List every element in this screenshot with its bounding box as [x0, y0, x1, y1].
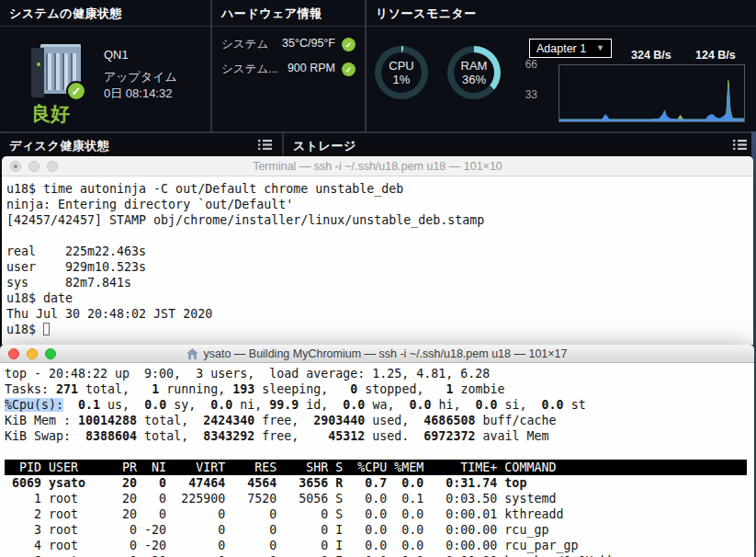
- hardware-value: 900 RPM: [288, 62, 335, 74]
- power-led: [37, 63, 40, 66]
- terminal1-title: Terminal — ssh -i ~/.ssh/u18.pem u18 — 1…: [253, 160, 502, 173]
- minimize-button[interactable]: [28, 161, 39, 172]
- terminal2-content[interactable]: top - 20:48:22 up 9:00, 3 users, load av…: [0, 363, 754, 557]
- terminal-window-build[interactable]: Terminal — ssh -i ~/.ssh/u18.pem u18 — 1…: [2, 156, 753, 345]
- cpu-gauge-label: CPU: [389, 59, 413, 73]
- panel-title-storage: ストレージ: [293, 138, 356, 154]
- terminal2-title: ysato — Building MyChromium — ssh -i ~/.…: [203, 347, 567, 360]
- terminal1-content[interactable]: u18$ time autoninja -C out/Default chrom…: [2, 176, 753, 345]
- panel-system-health: システムの健康状態 ✓ 良好 QN1 アップタイム 0日 08:14:32: [0, 0, 210, 131]
- home-folder-icon: [186, 348, 198, 359]
- hardware-label: システム: [221, 38, 268, 51]
- list-icon[interactable]: [733, 139, 747, 151]
- system-name: QN1: [104, 48, 129, 62]
- hardware-label: システム...: [221, 63, 278, 75]
- divider: [0, 26, 210, 27]
- panel-title-system-health: システムの健康状態: [9, 6, 122, 22]
- terminal-window-top[interactable]: ysato — Building MyChromium — ssh -i ~/.…: [0, 345, 754, 557]
- list-icon[interactable]: [258, 139, 272, 151]
- upload-legend: 124 B/s: [694, 49, 736, 62]
- panel-title-disk-health: ディスク健康状態: [9, 138, 109, 154]
- cpu-gauge-value: 1%: [393, 73, 411, 86]
- hardware-row-fan: システム... 900 RPM ✓: [221, 62, 355, 80]
- panel-storage: ストレージ: [284, 133, 756, 156]
- chevron-down-icon: ▼: [596, 43, 604, 52]
- download-rate: 324 B/s: [631, 49, 671, 62]
- window-controls: [10, 156, 58, 176]
- health-check-icon: ✓: [66, 81, 86, 101]
- check-icon: ✓: [342, 38, 355, 51]
- y-tick-66: 66: [519, 58, 537, 71]
- close-button[interactable]: [10, 161, 21, 172]
- nas-device-icon: ✓: [29, 40, 83, 97]
- ram-gauge-label: RAM: [461, 59, 488, 73]
- download-legend: 324 B/s: [629, 49, 671, 62]
- panel-resource-monitor: リソースモニター CPU 1% RAM 36% Adapter 1 ▼ 324 …: [367, 0, 756, 131]
- window-controls: [8, 345, 56, 362]
- upload-rate: 124 B/s: [695, 49, 736, 62]
- zoom-button[interactable]: [45, 348, 56, 359]
- terminal1-titlebar[interactable]: Terminal — ssh -i ~/.ssh/u18.pem u18 — 1…: [2, 156, 753, 176]
- health-status: 良好: [31, 101, 70, 127]
- uptime-label: アップタイム: [104, 69, 177, 85]
- terminal2-titlebar[interactable]: ysato — Building MyChromium — ssh -i ~/.…: [0, 345, 754, 363]
- zoom-button[interactable]: [47, 161, 58, 172]
- panel-disk-health: ディスク健康状態: [0, 133, 282, 156]
- series-upload: [559, 87, 744, 121]
- y-tick-33: 33: [519, 88, 537, 101]
- divider: [367, 26, 756, 27]
- check-icon: ✓: [342, 63, 355, 76]
- hardware-value: 35°C/95°F: [282, 37, 335, 50]
- adapter-selected-value: Adapter 1: [536, 42, 586, 55]
- hardware-row-temperature: システム 35°C/95°F ✓: [221, 37, 355, 55]
- panel-title-hardware: ハードウェア情報: [221, 6, 322, 22]
- close-button[interactable]: [8, 348, 19, 359]
- ram-gauge-value: 36%: [462, 73, 486, 86]
- cpu-gauge: CPU 1%: [375, 46, 428, 99]
- uptime-value: 0日 08:14:32: [104, 85, 172, 102]
- network-throughput-chart: [559, 64, 745, 122]
- minimize-button[interactable]: [27, 348, 38, 359]
- panel-hardware: ハードウェア情報 システム 35°C/95°F ✓ システム... 900 RP…: [212, 0, 365, 131]
- ram-gauge: RAM 36%: [447, 46, 501, 99]
- panel-title-resource-monitor: リソースモニター: [376, 6, 477, 22]
- adapter-select[interactable]: Adapter 1 ▼: [529, 39, 612, 58]
- series-download: [559, 81, 744, 121]
- divider: [212, 26, 365, 27]
